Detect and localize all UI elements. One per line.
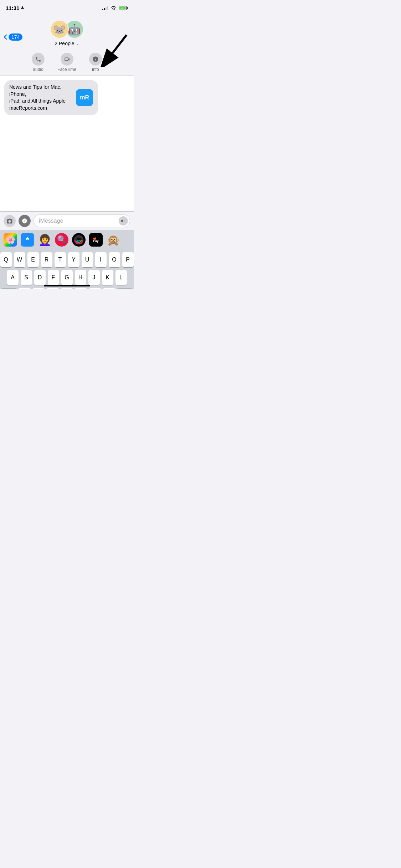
action-buttons-row: audio FaceTime info bbox=[0, 50, 134, 76]
facetime-label: FaceTime bbox=[57, 67, 76, 72]
camera-icon bbox=[6, 218, 13, 224]
audio-label: audio bbox=[33, 67, 43, 72]
appstore-icon2 bbox=[24, 236, 31, 244]
avatar-1: 🐭 bbox=[50, 20, 69, 38]
key-c[interactable]: C bbox=[47, 288, 59, 289]
home-indicator bbox=[44, 285, 90, 286]
info-icon bbox=[92, 56, 99, 62]
key-z[interactable]: Z bbox=[19, 288, 31, 289]
signal-icon bbox=[102, 6, 108, 10]
key-e[interactable]: E bbox=[27, 252, 39, 267]
facetime-button[interactable]: FaceTime bbox=[57, 53, 76, 72]
key-r[interactable]: R bbox=[41, 252, 52, 267]
message-text-line2: iPad, and All things Apple bbox=[9, 98, 72, 105]
appstore-button[interactable] bbox=[19, 215, 31, 227]
time-label: 11:31 bbox=[6, 5, 19, 11]
key-w[interactable]: W bbox=[14, 252, 25, 267]
app-icons-bar: 🌸 👩‍🦱 🔍 Pay 🍎 🙊 bbox=[0, 230, 134, 249]
delete-key[interactable] bbox=[117, 288, 132, 289]
key-n[interactable]: N bbox=[89, 288, 101, 289]
keyboard-row-1: Q W E R T Y U I O P bbox=[1, 252, 132, 267]
nav-bar: 🐭 🤖 2 People ⌄ bbox=[0, 16, 134, 50]
applepay-app-icon[interactable]: Pay 🍎 bbox=[89, 233, 103, 247]
key-p[interactable]: P bbox=[122, 252, 134, 267]
activity-app-icon[interactable] bbox=[72, 233, 86, 247]
imessage-input-container[interactable]: iMessage bbox=[34, 215, 130, 227]
message-text-line1: News and Tips for Mac, iPhone, bbox=[9, 84, 72, 98]
key-j[interactable]: J bbox=[88, 270, 100, 285]
key-v[interactable]: V bbox=[61, 288, 73, 289]
back-chevron-icon bbox=[4, 34, 7, 40]
keyboard-row-3: Z X C V B N M bbox=[1, 288, 132, 289]
photos-app-icon[interactable]: 🌸 bbox=[4, 233, 17, 247]
status-icons: ⚡ bbox=[102, 6, 128, 10]
nav-container: 174 🐭 🤖 2 People ⌄ audio bbox=[0, 16, 134, 76]
chevron-down-icon: ⌄ bbox=[76, 41, 79, 46]
key-i[interactable]: I bbox=[95, 252, 107, 267]
monkey-app-icon[interactable]: 🙊 bbox=[106, 233, 120, 247]
shift-key[interactable] bbox=[1, 288, 16, 289]
avatars-row: 🐭 🤖 bbox=[50, 20, 84, 38]
svg-rect-2 bbox=[127, 7, 128, 9]
key-l[interactable]: L bbox=[115, 270, 127, 285]
back-button[interactable]: 174 bbox=[4, 33, 22, 41]
audio-button[interactable]: audio bbox=[32, 53, 45, 72]
svg-text:⚡: ⚡ bbox=[120, 7, 124, 10]
info-icon-bg bbox=[89, 53, 102, 66]
message-content: News and Tips for Mac, iPhone, iPad, and… bbox=[9, 84, 93, 112]
messages-area: News and Tips for Mac, iPhone, iPad, and… bbox=[0, 76, 134, 147]
applepay-icon: Pay 🍎 bbox=[90, 233, 102, 246]
key-o[interactable]: O bbox=[109, 252, 120, 267]
key-a[interactable]: A bbox=[7, 270, 19, 285]
message-bubble: News and Tips for Mac, iPhone, iPad, and… bbox=[4, 80, 98, 115]
key-h[interactable]: H bbox=[75, 270, 86, 285]
message-spacer bbox=[0, 147, 134, 211]
svg-marker-0 bbox=[21, 6, 24, 10]
svg-text:🍎: 🍎 bbox=[93, 237, 97, 240]
chat-title[interactable]: 2 People ⌄ bbox=[55, 41, 79, 46]
info-button[interactable]: info bbox=[89, 53, 102, 72]
video-icon bbox=[64, 56, 70, 62]
key-b[interactable]: B bbox=[75, 288, 87, 289]
key-q[interactable]: Q bbox=[0, 252, 12, 267]
imessage-placeholder: iMessage bbox=[39, 218, 63, 224]
input-area: iMessage bbox=[0, 211, 134, 230]
facetime-icon-bg bbox=[61, 53, 73, 66]
voice-button[interactable] bbox=[119, 216, 128, 226]
info-label: info bbox=[92, 67, 99, 72]
key-k[interactable]: K bbox=[102, 270, 113, 285]
audio-icon-bg bbox=[32, 53, 45, 66]
status-bar: 11:31 ⚡ bbox=[0, 0, 134, 16]
message-domain: macReports.com bbox=[9, 105, 72, 112]
key-u[interactable]: U bbox=[82, 252, 93, 267]
status-time: 11:31 bbox=[6, 5, 24, 11]
search-app-icon[interactable]: 🔍 bbox=[55, 233, 68, 247]
key-x[interactable]: X bbox=[33, 288, 45, 289]
chat-title-label: 2 People bbox=[55, 41, 74, 46]
activity-rings-icon bbox=[74, 235, 84, 245]
wifi-icon bbox=[110, 6, 117, 10]
keyboard-row-2: A S D F G H J K L bbox=[1, 270, 132, 285]
key-s[interactable]: S bbox=[21, 270, 32, 285]
appstore-app-icon[interactable] bbox=[21, 233, 34, 247]
waveform-icon bbox=[120, 218, 126, 224]
key-m[interactable]: M bbox=[103, 288, 115, 289]
location-arrow-icon bbox=[21, 6, 24, 10]
key-g[interactable]: G bbox=[61, 270, 73, 285]
battery-icon: ⚡ bbox=[119, 6, 128, 10]
key-t[interactable]: T bbox=[55, 252, 66, 267]
keyboard: Q W E R T Y U I O P A S D F G H J K L Z … bbox=[0, 249, 134, 289]
message-text-block: News and Tips for Mac, iPhone, iPad, and… bbox=[9, 84, 72, 112]
appstore-icon bbox=[22, 218, 27, 224]
back-count-badge: 174 bbox=[9, 33, 22, 41]
mr-badge: mR bbox=[76, 89, 93, 106]
memoji-app-icon[interactable]: 👩‍🦱 bbox=[38, 233, 51, 247]
key-d[interactable]: D bbox=[34, 270, 46, 285]
key-y[interactable]: Y bbox=[68, 252, 79, 267]
key-f[interactable]: F bbox=[48, 270, 59, 285]
phone-icon bbox=[35, 56, 41, 62]
camera-button[interactable] bbox=[4, 215, 16, 227]
